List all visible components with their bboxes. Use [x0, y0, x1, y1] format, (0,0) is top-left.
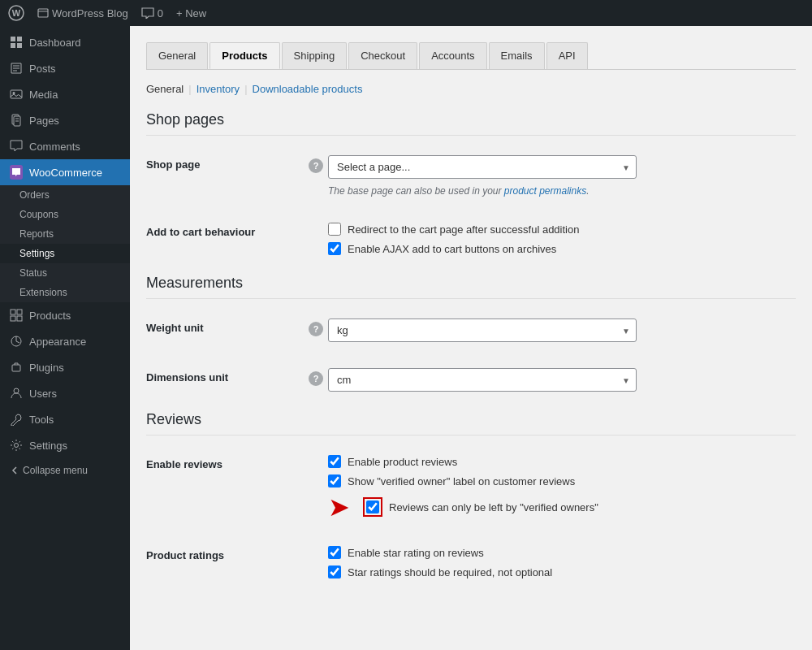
sidebar-item-label: Users	[29, 388, 57, 400]
wp-logo[interactable]: W	[8, 5, 24, 21]
svg-rect-2	[38, 9, 48, 17]
sidebar-sub-coupons[interactable]: Coupons	[0, 205, 130, 224]
sidebar-item-label: Comments	[29, 141, 80, 153]
shop-page-select[interactable]: Select a page...	[328, 155, 637, 179]
tools-icon	[10, 413, 23, 426]
sub-nav: General | Inventory | Downloadable produ…	[146, 83, 796, 95]
weight-unit-select[interactable]: kg g lbs oz	[328, 318, 637, 342]
add-to-cart-checkbox2[interactable]	[328, 242, 341, 255]
shop-page-help-text: The base page can also be used in your p…	[328, 185, 796, 197]
enable-reviews-checkbox1[interactable]	[328, 455, 341, 468]
tab-general[interactable]: General	[146, 42, 208, 69]
sidebar-item-media[interactable]: Media	[0, 81, 130, 107]
sidebar-item-label: Dashboard	[29, 37, 81, 49]
enable-reviews-checkbox2[interactable]	[328, 474, 341, 488]
sidebar-sub-orders[interactable]: Orders	[0, 185, 130, 205]
sidebar-item-plugins[interactable]: Plugins	[0, 354, 130, 380]
tab-products[interactable]: Products	[209, 42, 279, 69]
svg-rect-20	[17, 316, 22, 321]
sidebar-item-users[interactable]: Users	[0, 380, 130, 406]
sidebar-sub-reports[interactable]: Reports	[0, 224, 130, 244]
weight-unit-row: Weight unit ? kg g lbs oz ▼	[146, 312, 796, 349]
weight-unit-select-wrap: kg g lbs oz ▼	[328, 318, 637, 342]
weight-unit-label: Weight unit	[146, 318, 309, 334]
users-icon	[10, 387, 23, 400]
highlighted-checkbox-wrap	[363, 497, 382, 517]
svg-rect-22	[12, 365, 20, 371]
pages-icon	[10, 114, 23, 127]
subnav-downloadable[interactable]: Downloadable products	[253, 83, 363, 95]
svg-rect-19	[11, 316, 15, 321]
posts-icon	[10, 62, 23, 75]
sidebar-item-appearance[interactable]: Appearance	[0, 328, 130, 354]
shop-page-help-icon[interactable]: ?	[309, 158, 323, 173]
shop-page-row: Shop page ? Select a page... ▼ The base …	[146, 149, 796, 203]
sidebar-sub-status[interactable]: Status	[0, 263, 130, 283]
sidebar: Dashboard Posts Media Pages	[0, 26, 130, 650]
sidebar-item-products[interactable]: Products	[0, 302, 130, 328]
red-arrow-annotation: ➤	[328, 494, 350, 520]
tab-api[interactable]: API	[546, 42, 588, 69]
sidebar-item-label: Media	[29, 89, 58, 101]
sidebar-item-label: Pages	[29, 115, 59, 127]
product-ratings-option2: Star ratings should be required, not opt…	[328, 566, 796, 578]
comments-icon	[10, 140, 23, 153]
dimensions-unit-select-wrap: cm m mm in yd ▼	[328, 368, 637, 392]
sidebar-item-comments[interactable]: Comments	[0, 133, 130, 159]
reviews-heading: Reviews	[146, 411, 796, 436]
tabs-row: General Products Shipping Checkout Accou…	[146, 42, 796, 70]
site-name[interactable]: WordPress Blog	[37, 7, 128, 20]
sidebar-item-label: Appearance	[29, 336, 86, 348]
add-to-cart-option1: Redirect to the cart page after successf…	[328, 223, 796, 236]
products-icon	[10, 309, 23, 322]
sidebar-item-tools[interactable]: Tools	[0, 406, 130, 432]
sidebar-item-dashboard[interactable]: Dashboard	[0, 29, 130, 55]
sidebar-item-settings[interactable]: Settings	[0, 432, 130, 458]
sidebar-item-label: Posts	[29, 63, 56, 75]
svg-rect-4	[11, 37, 15, 41]
add-to-cart-option2: Enable AJAX add to cart buttons on archi…	[328, 242, 796, 255]
add-to-cart-row: Add to cart behaviour Redirect to the ca…	[146, 216, 796, 262]
comments-link[interactable]: 0	[141, 7, 163, 20]
product-permalinks-link[interactable]: product permalinks	[504, 185, 586, 197]
svg-point-23	[14, 388, 19, 393]
shop-page-select-wrap: Select a page... ▼	[328, 155, 637, 179]
collapse-menu[interactable]: Collapse menu	[0, 458, 130, 483]
weight-unit-help-icon[interactable]: ?	[309, 322, 323, 336]
new-link[interactable]: + New	[176, 7, 206, 20]
plugins-icon	[10, 361, 23, 374]
top-bar: W WordPress Blog 0 + New	[0, 0, 812, 26]
product-ratings-option1: Enable star rating on reviews	[328, 546, 796, 559]
add-to-cart-checkbox1[interactable]	[328, 223, 341, 236]
product-ratings-checkbox1[interactable]	[328, 546, 341, 559]
add-to-cart-label: Add to cart behaviour	[146, 223, 309, 238]
tab-accounts[interactable]: Accounts	[419, 42, 486, 69]
sidebar-item-woocommerce[interactable]: WooCommerce	[0, 159, 130, 185]
dimensions-unit-row: Dimensions unit ? cm m mm in yd ▼	[146, 362, 796, 398]
tab-checkout[interactable]: Checkout	[348, 42, 417, 69]
shop-pages-heading: Shop pages	[146, 111, 796, 136]
sidebar-item-posts[interactable]: Posts	[0, 55, 130, 81]
enable-reviews-option3: Reviews can only be left by "verified ow…	[363, 497, 598, 517]
dimensions-unit-select[interactable]: cm m mm in yd	[328, 368, 637, 392]
product-ratings-row: Product ratings Enable star rating on re…	[146, 540, 796, 585]
sidebar-item-label: Plugins	[29, 362, 64, 374]
sidebar-sub-extensions[interactable]: Extensions	[0, 283, 130, 302]
svg-rect-5	[17, 37, 22, 41]
svg-rect-17	[11, 310, 15, 314]
sidebar-item-pages[interactable]: Pages	[0, 107, 130, 133]
subnav-inventory[interactable]: Inventory	[197, 83, 240, 95]
subnav-general[interactable]: General	[146, 83, 184, 95]
product-ratings-checkbox2[interactable]	[328, 566, 341, 578]
enable-reviews-checkbox3[interactable]	[366, 500, 379, 514]
appearance-icon	[10, 335, 23, 348]
tab-shipping[interactable]: Shipping	[282, 42, 348, 69]
sidebar-item-label: WooCommerce	[29, 167, 102, 179]
media-icon	[10, 88, 23, 101]
dimensions-unit-help-icon[interactable]: ?	[309, 371, 323, 386]
enable-reviews-label: Enable reviews	[146, 455, 309, 470]
sidebar-sub-settings[interactable]: Settings	[0, 244, 130, 263]
svg-rect-6	[11, 43, 15, 48]
tab-emails[interactable]: Emails	[489, 42, 545, 69]
svg-rect-11	[11, 90, 22, 98]
